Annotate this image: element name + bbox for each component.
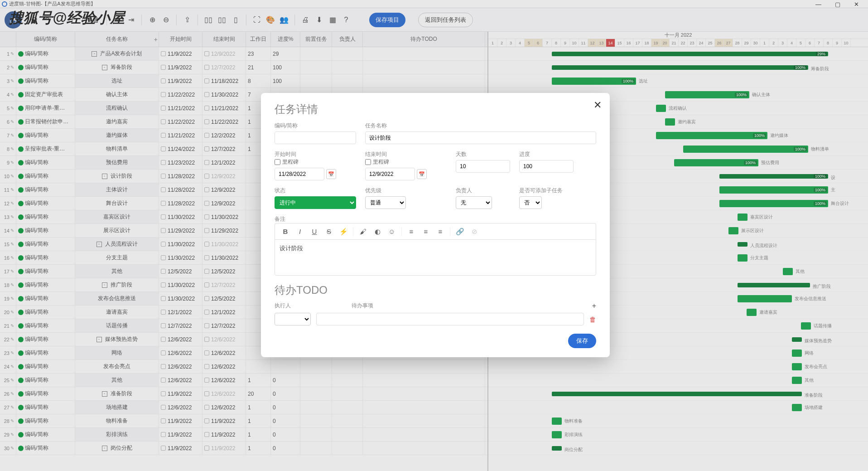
todo-item-label: 待办事项: [352, 302, 373, 310]
italic-icon[interactable]: I: [293, 226, 307, 238]
add-todo-icon[interactable]: +: [592, 302, 596, 310]
todo-item-input[interactable]: [316, 313, 584, 325]
clear-icon[interactable]: ⚡: [337, 226, 350, 238]
label-owner: 负责人: [456, 187, 510, 194]
input-progress[interactable]: [519, 160, 574, 173]
color-icon[interactable]: 🖌: [356, 226, 370, 238]
label-days: 天数: [456, 151, 510, 158]
milestone-start-checkbox[interactable]: [275, 159, 280, 165]
todo-executor-select[interactable]: [275, 313, 311, 325]
close-icon[interactable]: ✕: [593, 99, 602, 111]
unlink-icon[interactable]: ⊘: [468, 226, 481, 238]
input-start-date[interactable]: [275, 168, 324, 180]
align-left-icon[interactable]: ≡: [405, 226, 418, 238]
select-subtask[interactable]: 否: [519, 196, 542, 209]
editor-toolbar: B I U S ⚡ 🖌 ◐ ☺ ≡ ≡ ≡ 🔗 ⊘: [275, 223, 596, 239]
underline-icon[interactable]: U: [308, 226, 321, 238]
label-prog: 进度: [519, 151, 574, 158]
input-code[interactable]: [275, 131, 356, 144]
notes-editor[interactable]: 设计阶段: [275, 239, 596, 276]
input-name[interactable]: [365, 131, 596, 144]
select-owner[interactable]: 无: [456, 196, 492, 209]
label-notes: 备注: [275, 216, 285, 222]
strike-icon[interactable]: S: [322, 226, 336, 238]
align-center-icon[interactable]: ≡: [419, 226, 433, 238]
select-status[interactable]: 进行中: [275, 196, 356, 209]
calendar-icon[interactable]: 📅: [326, 169, 336, 179]
label-code: 编码/简称: [275, 122, 356, 130]
label-priority: 优先级: [365, 187, 447, 194]
bold-icon[interactable]: B: [279, 226, 292, 238]
select-priority[interactable]: 普通: [365, 196, 406, 209]
todo-exec-label: 执行人: [275, 302, 352, 310]
input-end-date[interactable]: [365, 168, 415, 180]
task-detail-modal: ✕ 任务详情 编码/简称 任务名称 开始时间 里程碑 📅 结束时间 里程碑 📅 …: [261, 93, 610, 357]
label-name: 任务名称: [365, 122, 596, 130]
highlight-icon[interactable]: ◐: [371, 226, 384, 238]
emoji-icon[interactable]: ☺: [385, 226, 399, 238]
calendar-icon[interactable]: 📅: [417, 169, 427, 179]
label-subtask: 是否可添加子任务: [519, 187, 583, 194]
link-icon[interactable]: 🔗: [453, 226, 467, 238]
todo-section-title: 待办TODO: [275, 283, 596, 297]
label-status: 状态: [275, 187, 356, 194]
input-days[interactable]: [456, 160, 510, 173]
modal-title: 任务详情: [275, 102, 596, 117]
delete-todo-icon[interactable]: 🗑: [589, 316, 596, 323]
save-button[interactable]: 保存: [568, 334, 596, 348]
milestone-end-checkbox[interactable]: [365, 159, 371, 165]
align-right-icon[interactable]: ≡: [434, 226, 447, 238]
